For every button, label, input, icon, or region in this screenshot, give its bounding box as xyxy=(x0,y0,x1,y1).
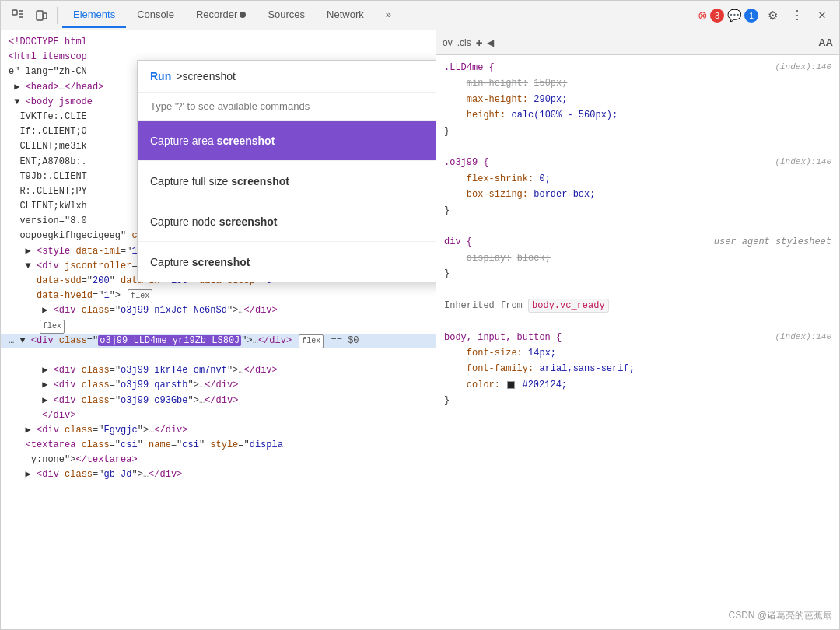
settings-icon[interactable]: ⚙ xyxy=(761,5,783,26)
command-item-capture-full[interactable]: Capture full size screenshot Screenshot xyxy=(138,161,436,201)
close-icon[interactable]: × xyxy=(811,5,833,26)
message-icon: 💬 xyxy=(727,9,742,23)
command-item-capture-node[interactable]: Capture node screenshot Screenshot xyxy=(138,201,436,242)
dom-line-fgvgjc[interactable]: ▶ <div class="Fgvgjc">…</div> xyxy=(9,425,188,436)
tab-bar: Elements Console Recorder Sources Networ… xyxy=(62,2,696,28)
command-item-capture-basic[interactable]: Capture screenshot Screenshot xyxy=(138,242,436,282)
styles-toolbar: ov .cls + ◀ AA xyxy=(436,30,839,55)
inspect-icon[interactable] xyxy=(7,5,29,26)
device-icon[interactable] xyxy=(30,5,52,26)
tab-recorder[interactable]: Recorder xyxy=(185,2,257,28)
devtools-toolbar: Elements Console Recorder Sources Networ… xyxy=(1,1,839,30)
dom-line-gbJd[interactable]: ▶ <div class="gb_Jd">…</div> xyxy=(9,469,182,480)
dom-line-head[interactable]: ▶ <head>…</head> xyxy=(9,82,103,93)
styles-back-icon[interactable]: ◀ xyxy=(487,37,494,48)
capture-full-prefix: Capture full size xyxy=(150,175,231,187)
dom-line-child3[interactable]: ▶ <div class="o3j99 ikrT4e om7nvf">…</di… xyxy=(9,365,278,376)
css-val-minheight: 150px; xyxy=(534,78,567,89)
css-agent-label: user agent stylesheet xyxy=(714,234,831,250)
more-options-icon[interactable] xyxy=(786,5,808,26)
dom-panel: Run >screenshot Type '?' to see availabl… xyxy=(1,30,436,629)
css-selector-3: div { xyxy=(444,236,472,247)
watermark: CSDN @诸葛亮的芭蕉扇 xyxy=(728,609,832,622)
css-prop-maxheight: max-height: xyxy=(467,94,528,105)
css-location-2[interactable]: (index):140 xyxy=(775,155,831,170)
css-block-body: (index):140 body, input, button { font-s… xyxy=(444,330,831,409)
dom-line-body[interactable]: ▼ <body jsmode xyxy=(9,96,93,107)
tab-network[interactable]: Network xyxy=(316,2,375,28)
tab-console[interactable]: Console xyxy=(126,2,185,28)
dom-line-body-attr4: ENT;A8708b:. xyxy=(9,156,87,167)
dom-line-div-hveid: data-hveid="1"> flex xyxy=(9,290,154,301)
tab-elements[interactable]: Elements xyxy=(62,2,126,28)
capture-basic-bold: screenshot xyxy=(192,256,250,268)
dom-line-child5[interactable]: ▶ <div class="o3j99 c93Gbe">…</div> xyxy=(9,395,238,406)
css-inherited-class[interactable]: body.vc_ready xyxy=(528,299,609,313)
dom-line-child1[interactable]: ▶ <div class="o3j99 n1xJcf Ne6nSd">…</di… xyxy=(9,305,278,316)
error-icon: ⊗ xyxy=(698,9,708,23)
css-selector-4: body, input, button { xyxy=(444,332,562,343)
css-selector-1: .LLD4me { xyxy=(444,62,495,73)
capture-node-bold: screenshot xyxy=(219,215,278,228)
styles-plus-label[interactable]: + xyxy=(476,36,483,49)
dom-line-body-attr8: version="8.0 xyxy=(9,215,87,226)
css-val-color: #202124; xyxy=(522,380,567,390)
aa-icon[interactable]: AA xyxy=(818,37,833,48)
command-item-capture-area[interactable]: Capture area screenshot Screenshot xyxy=(138,121,436,161)
dom-line-doctype: <!DOCTYPE html xyxy=(9,37,87,47)
recorder-label: Recorder xyxy=(196,9,237,20)
dom-line-body-attr2: If:.CLIENT;O xyxy=(9,126,87,137)
css-val-height: calc(100% - 560px); xyxy=(511,110,618,121)
dom-line-body-attr6: R:.CLIENT;PY xyxy=(9,186,87,197)
tab-more[interactable]: » xyxy=(375,2,402,28)
css-selector-2: .o3j99 { xyxy=(444,157,489,168)
devtools-body: Run >screenshot Type '?' to see availabl… xyxy=(1,30,839,629)
flex-badge-1[interactable]: flex xyxy=(128,289,152,303)
css-val-maxheight: 290px; xyxy=(534,94,567,105)
capture-area-label: Capture area screenshot xyxy=(150,135,436,147)
css-location-1[interactable]: (index):140 xyxy=(775,60,831,75)
command-palette: Run >screenshot Type '?' to see availabl… xyxy=(137,60,436,282)
styles-panel: ov .cls + ◀ AA (index):140 .LLD4me { min… xyxy=(436,30,839,629)
dom-line-body-attr1: IVKTfe:.CLIE xyxy=(9,111,87,122)
dom-line-selected[interactable]: … ▼ <div class="o3j99 LLD4me yr19Zb LS80… xyxy=(1,334,436,348)
css-location-4[interactable]: (index):140 xyxy=(775,330,831,345)
css-close-1: } xyxy=(444,126,450,137)
css-prop-flexshrink: flex-shrink: xyxy=(467,173,534,184)
dom-line-textarea[interactable]: <textarea class="csi" name="csi" style="… xyxy=(9,439,283,450)
svg-rect-5 xyxy=(44,13,47,19)
color-swatch xyxy=(507,381,515,389)
css-prop-display: display: xyxy=(467,253,512,264)
capture-full-label: Capture full size screenshot xyxy=(150,175,436,187)
styles-content: (index):140 .LLD4me { min-height: 150px;… xyxy=(436,55,839,629)
css-block-o3j99: (index):140 .o3j99 { flex-shrink: 0; box… xyxy=(444,155,831,219)
css-inherited-label: Inherited from xyxy=(444,300,528,311)
capture-area-bold: screenshot xyxy=(217,135,275,147)
css-val-fontfamily: arial,sans-serif; xyxy=(539,363,634,374)
devtools-window: Elements Console Recorder Sources Networ… xyxy=(0,0,840,630)
dom-line-html-open: <html itemscop xyxy=(9,51,87,62)
dom-line-textarea2: y:none"></textarea> xyxy=(9,454,138,465)
capture-node-label: Capture node screenshot xyxy=(150,215,436,228)
tab-sources[interactable]: Sources xyxy=(257,2,316,28)
flex-badge-3[interactable]: flex xyxy=(299,334,324,348)
css-inherited-section: Inherited from body.vc_ready xyxy=(444,298,831,313)
dom-line-html-lang: e" lang="zh-CN xyxy=(9,66,87,77)
styles-cls-label[interactable]: .cls xyxy=(457,37,471,48)
dom-line-child4[interactable]: ▶ <div class="o3j99 qarstb">…</div> xyxy=(9,380,238,390)
css-val-display: block; xyxy=(517,253,551,264)
run-label: Run xyxy=(150,70,171,82)
flex-badge-2[interactable]: flex xyxy=(40,320,65,334)
css-prop-fontsize: font-size: xyxy=(467,348,523,359)
css-prop-fontfamily: font-family: xyxy=(467,363,534,374)
css-prop-minheight: min-height: xyxy=(467,78,528,89)
styles-ov-label[interactable]: ov xyxy=(443,37,453,48)
badge-group: ⊗ 3 xyxy=(698,9,724,23)
capture-area-prefix: Capture area xyxy=(150,135,217,147)
error-badge: 3 xyxy=(710,9,724,23)
dom-line-body-attr5: T9Jb:.CLIENT xyxy=(9,171,87,182)
capture-basic-prefix: Capture xyxy=(150,256,192,268)
css-block-lld4me: (index):140 .LLD4me { min-height: 150px;… xyxy=(444,60,831,139)
command-input-display: >screenshot xyxy=(176,70,236,82)
css-close-2: } xyxy=(444,205,450,216)
